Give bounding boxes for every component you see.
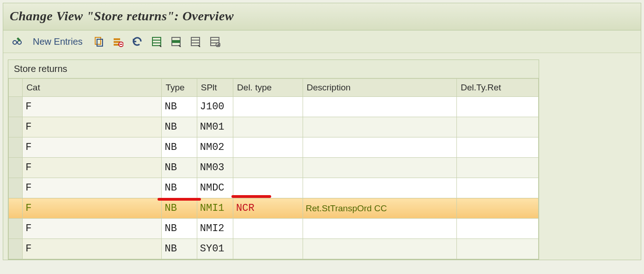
cell-splt[interactable]: NMI2 <box>197 219 233 239</box>
table-row[interactable]: FNBNMI2 <box>9 219 539 239</box>
svg-rect-10 <box>172 40 180 43</box>
select-all-button[interactable] <box>149 35 164 48</box>
cell-del-ty-ret[interactable] <box>457 158 539 178</box>
column-header-del-ty-ret[interactable]: Del.Ty.Ret <box>457 79 539 97</box>
table-row[interactable]: FNBNM03 <box>9 158 539 178</box>
toggle-display-button[interactable] <box>10 35 24 48</box>
column-header-del-type[interactable]: Del. type <box>233 79 303 97</box>
cell-type[interactable]: NB <box>162 97 197 117</box>
cell-del-ty-ret[interactable] <box>457 117 539 137</box>
table-row[interactable]: FNBNM02 <box>9 137 539 158</box>
column-header-description[interactable]: Description <box>303 79 456 97</box>
svg-rect-3 <box>97 39 103 46</box>
row-selector[interactable] <box>9 158 23 178</box>
row-selector[interactable] <box>9 137 23 158</box>
cell-del-type[interactable] <box>233 219 303 239</box>
cell-del-ty-ret[interactable] <box>457 178 539 198</box>
cell-del-ty-ret[interactable] <box>457 219 539 239</box>
cell-cat[interactable]: F <box>23 117 162 137</box>
cell-type[interactable]: NB <box>162 198 197 219</box>
select-all-icon <box>151 36 162 47</box>
cell-type[interactable]: NB <box>162 137 197 158</box>
undo-icon <box>132 36 143 47</box>
cell-description[interactable] <box>303 97 456 117</box>
svg-rect-4 <box>114 38 120 40</box>
cell-del-type[interactable] <box>233 239 303 259</box>
cell-type[interactable]: NB <box>162 158 197 178</box>
deselect-all-button[interactable] <box>188 35 203 48</box>
configuration-icon <box>209 36 220 47</box>
cell-del-type[interactable] <box>233 158 303 178</box>
store-returns-table: Cat Type SPlt Del. type Description Del.… <box>8 78 539 259</box>
delete-button[interactable] <box>110 35 125 48</box>
table-row[interactable]: FNBNMI1NCRRet.StTranspOrd CC <box>9 198 539 219</box>
cell-type[interactable]: NB <box>162 219 197 239</box>
content-area: Store returns Cat Type SPlt Del. type De… <box>3 53 641 260</box>
cell-splt[interactable]: NM03 <box>197 158 233 178</box>
cell-description[interactable] <box>303 158 456 178</box>
cell-cat[interactable]: F <box>23 97 162 117</box>
cell-cat[interactable]: F <box>23 239 162 259</box>
cell-del-type[interactable] <box>233 137 303 158</box>
row-selector[interactable] <box>9 219 23 239</box>
cell-del-ty-ret[interactable] <box>457 137 539 158</box>
svg-point-0 <box>13 41 17 44</box>
svg-rect-8 <box>152 37 161 46</box>
cell-cat[interactable]: F <box>23 137 162 158</box>
cell-type[interactable]: NB <box>162 117 197 137</box>
cell-del-ty-ret[interactable] <box>457 198 539 219</box>
svg-point-14 <box>217 44 219 46</box>
cell-cat[interactable]: F <box>23 219 162 239</box>
row-selector[interactable] <box>9 178 23 198</box>
cell-splt[interactable]: NMDC <box>197 178 233 198</box>
annotation-underline <box>231 195 271 198</box>
delete-row-icon <box>112 36 123 47</box>
table-frame: Store returns Cat Type SPlt Del. type De… <box>8 60 539 260</box>
row-selector[interactable] <box>9 117 23 137</box>
cell-description[interactable] <box>303 178 456 198</box>
table-row[interactable]: FNBNMDC <box>9 178 539 198</box>
cell-splt[interactable]: J100 <box>197 97 233 117</box>
cell-description[interactable] <box>303 219 456 239</box>
select-block-button[interactable] <box>169 35 183 48</box>
cell-cat[interactable]: F <box>23 158 162 178</box>
cell-del-type[interactable] <box>233 117 303 137</box>
column-header-cat[interactable]: Cat <box>23 79 162 97</box>
cell-splt[interactable]: NM01 <box>197 117 233 137</box>
cell-description[interactable] <box>303 137 456 158</box>
cell-splt[interactable]: NMI1 <box>197 198 233 219</box>
glasses-pencil-icon <box>12 36 23 47</box>
undo-button[interactable] <box>130 35 145 48</box>
row-selector[interactable] <box>9 97 23 117</box>
table-row[interactable]: FNBJ100 <box>9 97 539 117</box>
cell-type[interactable]: NB <box>162 178 197 198</box>
toolbar: New Entries <box>3 30 641 53</box>
column-header-selector[interactable] <box>9 79 23 97</box>
cell-del-type[interactable] <box>233 97 303 117</box>
cell-cat[interactable]: F <box>23 178 162 198</box>
cell-description[interactable] <box>303 239 456 259</box>
annotation-underline <box>158 198 201 201</box>
configuration-button[interactable] <box>207 35 222 48</box>
table-row[interactable]: FNBSY01 <box>9 239 539 259</box>
cell-splt[interactable]: NM02 <box>197 137 233 158</box>
row-selector[interactable] <box>9 239 23 259</box>
cell-del-type[interactable]: NCR <box>233 198 303 219</box>
cell-description[interactable]: Ret.StTranspOrd CC <box>303 198 456 219</box>
column-header-splt[interactable]: SPlt <box>197 79 233 97</box>
row-selector[interactable] <box>9 198 23 219</box>
table-caption: Store returns <box>8 60 539 78</box>
page-title: Change View "Store returns": Overview <box>3 3 641 30</box>
new-entries-button[interactable]: New Entries <box>29 36 86 48</box>
column-header-type[interactable]: Type <box>162 79 197 97</box>
cell-del-ty-ret[interactable] <box>457 97 539 117</box>
copy-as-button[interactable] <box>91 35 106 48</box>
svg-rect-11 <box>191 37 200 46</box>
table-row[interactable]: FNBNM01 <box>9 117 539 137</box>
cell-splt[interactable]: SY01 <box>197 239 233 259</box>
cell-cat[interactable]: F <box>23 198 162 219</box>
cell-type[interactable]: NB <box>162 239 197 259</box>
cell-del-ty-ret[interactable] <box>457 239 539 259</box>
table-header-row: Cat Type SPlt Del. type Description Del.… <box>9 79 539 97</box>
cell-description[interactable] <box>303 117 456 137</box>
